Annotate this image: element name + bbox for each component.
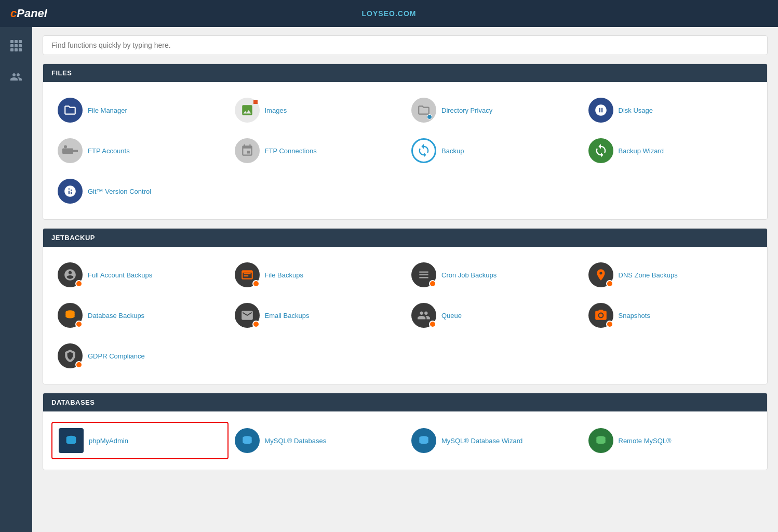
menu-item-gdpr-compliance[interactable]: GDPR Compliance [51, 338, 229, 374]
svg-point-1 [64, 145, 67, 149]
svg-rect-0 [62, 149, 73, 154]
main-layout: FILES File Manager [0, 27, 778, 532]
remote-mysql-label: Remote MySQL® [619, 437, 672, 445]
queue-label: Queue [441, 312, 462, 320]
svg-marker-3 [73, 149, 75, 153]
search-input[interactable] [43, 35, 768, 55]
menu-item-phpmyadmin[interactable]: phpMyAdmin [51, 422, 229, 459]
jetbackup-badge9 [75, 361, 83, 368]
files-section: FILES File Manager [43, 63, 768, 220]
menu-item-directory-privacy[interactable]: Directory Privacy [405, 92, 582, 128]
cron-job-backups-icon [411, 262, 436, 287]
git-icon [58, 179, 83, 204]
queue-icon [411, 303, 436, 328]
menu-item-snapshots[interactable]: Snapshots [582, 298, 759, 333]
jetbackup-badge2 [252, 280, 260, 287]
menu-item-ftp-connections[interactable]: FTP Connections [229, 133, 406, 168]
databases-section: DATABASES phpMyAdmin [43, 393, 768, 470]
mysql-database-wizard-icon [411, 428, 436, 453]
phpmyadmin-label: phpMyAdmin [89, 437, 128, 445]
database-backups-icon [58, 303, 83, 328]
menu-item-cron-job-backups[interactable]: Cron Job Backups [405, 257, 582, 292]
menu-item-email-backups[interactable]: Email Backups [229, 298, 406, 333]
remote-mysql-icon [588, 428, 613, 453]
email-backups-icon [235, 303, 260, 328]
full-account-backups-label: Full Account Backups [88, 271, 152, 279]
file-manager-label: File Manager [88, 107, 127, 114]
disk-usage-label: Disk Usage [619, 107, 653, 114]
ftp-connections-icon [235, 138, 260, 163]
ftp-connections-label: FTP Connections [265, 147, 317, 155]
mysql-database-wizard-label: MySQL® Database Wizard [441, 437, 522, 445]
jetbackup-badge7 [429, 321, 436, 328]
jetbackup-badge4 [606, 280, 613, 287]
backup-label: Backup [441, 147, 464, 155]
jetbackup-badge [75, 280, 83, 287]
cpanel-logo: cPanel [10, 7, 47, 20]
phpmyadmin-icon [59, 428, 84, 453]
sidebar-grid-icon[interactable] [6, 35, 26, 56]
snapshots-icon [588, 303, 613, 328]
dns-zone-backups-label: DNS Zone Backups [619, 271, 678, 279]
jetbackup-section: JETBACKUP Full Account Backups [43, 228, 768, 384]
jetbackup-badge5 [75, 321, 83, 328]
jetbackup-badge3 [429, 280, 436, 287]
site-title: LOYSEO.COM [362, 9, 417, 18]
dns-zone-backups-icon [588, 262, 613, 287]
cron-job-backups-label: Cron Job Backups [441, 271, 497, 279]
git-label: Git™ Version Control [88, 188, 151, 195]
gdpr-icon [58, 343, 83, 368]
sidebar-users-icon[interactable] [6, 66, 26, 87]
file-manager-icon [58, 98, 83, 123]
menu-item-git[interactable]: Git™ Version Control [51, 174, 229, 209]
menu-item-database-backups[interactable]: Database Backups [51, 298, 229, 333]
menu-item-file-backups[interactable]: File Backups [229, 257, 406, 292]
ftp-accounts-icon [58, 138, 83, 163]
menu-item-remote-mysql[interactable]: Remote MySQL® [582, 422, 759, 459]
disk-usage-icon [588, 98, 613, 123]
images-icon [235, 98, 260, 123]
jetbackup-badge8 [606, 321, 613, 328]
menu-item-backup[interactable]: Backup [405, 133, 582, 168]
file-backups-icon [235, 262, 260, 287]
mysql-databases-label: MySQL® Databases [265, 437, 327, 445]
menu-item-file-manager[interactable]: File Manager [51, 92, 229, 128]
directory-privacy-label: Directory Privacy [441, 107, 492, 114]
sidebar [0, 27, 32, 532]
file-backups-label: File Backups [265, 271, 303, 279]
databases-section-body: phpMyAdmin MySQL® Databases [43, 411, 767, 470]
menu-item-disk-usage[interactable]: Disk Usage [582, 92, 759, 128]
full-account-backups-icon [58, 262, 83, 287]
database-backups-label: Database Backups [88, 312, 144, 320]
gdpr-compliance-label: GDPR Compliance [88, 352, 145, 360]
files-section-header: FILES [43, 64, 767, 82]
menu-item-dns-zone-backups[interactable]: DNS Zone Backups [582, 257, 759, 292]
jetbackup-section-header: JETBACKUP [43, 229, 767, 247]
menu-item-full-account-backups[interactable]: Full Account Backups [51, 257, 229, 292]
snapshots-label: Snapshots [619, 312, 650, 320]
directory-privacy-icon [411, 98, 436, 123]
mysql-databases-icon [235, 428, 260, 453]
content-area: FILES File Manager [32, 27, 778, 532]
backup-wizard-icon [588, 138, 613, 163]
databases-section-header: DATABASES [43, 393, 767, 411]
email-backups-label: Email Backups [265, 312, 310, 320]
backup-wizard-label: Backup Wizard [619, 147, 664, 155]
menu-item-mysql-database-wizard[interactable]: MySQL® Database Wizard [405, 422, 582, 459]
images-label: Images [265, 107, 287, 114]
menu-item-backup-wizard[interactable]: Backup Wizard [582, 133, 759, 168]
menu-item-mysql-databases[interactable]: MySQL® Databases [229, 422, 406, 459]
menu-item-images[interactable]: Images [229, 92, 406, 128]
backup-icon [411, 138, 436, 163]
files-section-body: File Manager Images [43, 82, 767, 219]
top-header: cPanel LOYSEO.COM [0, 0, 778, 27]
jetbackup-section-body: Full Account Backups File Backups [43, 247, 767, 384]
menu-item-queue[interactable]: Queue [405, 298, 582, 333]
menu-item-ftp-accounts[interactable]: FTP Accounts [51, 133, 229, 168]
jetbackup-badge6 [252, 321, 260, 328]
ftp-accounts-label: FTP Accounts [88, 147, 130, 155]
